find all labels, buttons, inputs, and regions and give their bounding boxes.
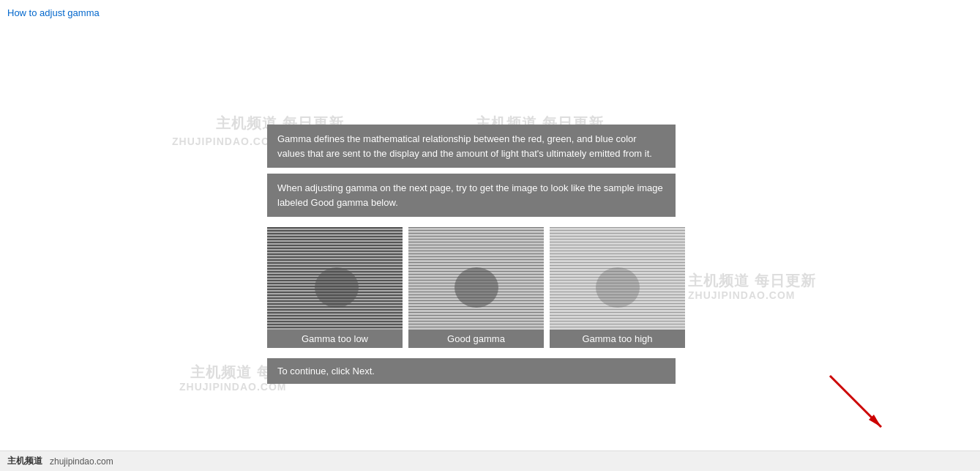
gamma-too-low-image: [267, 227, 403, 330]
bottom-brand: 主机频道: [7, 455, 42, 467]
bottom-bar: 主机频道 zhujipindao.com: [0, 450, 980, 471]
gamma-good-label: Good gamma: [408, 330, 544, 348]
gamma-too-high-item: Gamma too high: [550, 227, 685, 348]
gamma-too-low-label: Gamma too low: [267, 330, 403, 348]
bottom-url: zhujipindao.com: [50, 456, 113, 467]
gamma-too-high-label: Gamma too high: [550, 330, 685, 348]
gamma-good-image: [408, 227, 544, 330]
watermark-3: ZHUJIPINDAO.COM: [172, 136, 279, 147]
gamma-too-high-image: [550, 227, 685, 330]
gamma-good-item: Good gamma: [408, 227, 544, 348]
gamma-images-container: Gamma too low Good gamma Gamma too high: [267, 227, 681, 348]
watermark-8: ZHUJIPINDAO.COM: [688, 289, 795, 301]
gamma-definition-box: Gamma defines the mathematical relations…: [267, 125, 676, 168]
arrow-decoration: [826, 372, 885, 431]
watermark-7: 主机频道 每日更新: [688, 271, 816, 291]
page-title-link[interactable]: How to adjust gamma: [7, 7, 100, 18]
gamma-instruction-box: When adjusting gamma on the next page, t…: [267, 174, 676, 217]
main-content: Gamma defines the mathematical relations…: [267, 125, 681, 384]
continue-instruction-box: To continue, click Next.: [267, 358, 676, 384]
gamma-too-low-item: Gamma too low: [267, 227, 403, 348]
